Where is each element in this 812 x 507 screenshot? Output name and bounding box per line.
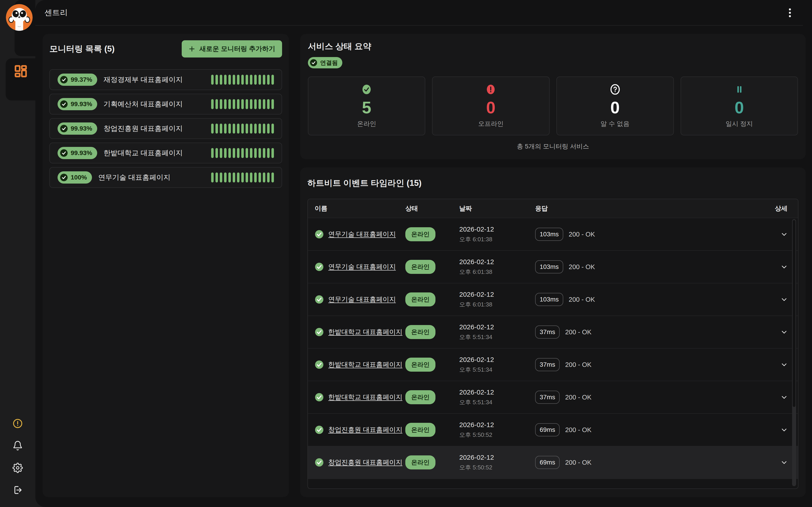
heartbeat-bar[interactable] (233, 172, 235, 182)
heartbeat-bar[interactable] (271, 99, 274, 109)
heartbeat-bar[interactable] (224, 75, 226, 84)
heartbeat-bar[interactable] (237, 75, 240, 84)
heartbeat-bar[interactable] (241, 75, 244, 84)
table-row[interactable]: 한밭대학교 대표홈페이지 온라인 2026-02-12 오후 5:51:34 3… (308, 381, 798, 414)
service-link[interactable]: 한밭대학교 대표홈페이지 (328, 328, 402, 337)
heartbeat-bar[interactable] (215, 172, 218, 182)
app-logo[interactable] (6, 4, 33, 31)
heartbeat-bar[interactable] (254, 172, 257, 182)
heartbeat-bar[interactable] (237, 99, 240, 109)
heartbeat-bar[interactable] (250, 99, 252, 109)
heartbeat-bar[interactable] (211, 75, 214, 84)
table-row[interactable]: 한밭대학교 대표홈페이지 온라인 2026-02-12 오후 5:51:34 3… (308, 316, 798, 349)
heartbeat-bar[interactable] (220, 172, 222, 182)
heartbeat-bar[interactable] (220, 148, 222, 158)
heartbeat-bar[interactable] (267, 99, 270, 109)
service-link[interactable]: 창업진흥원 대표홈페이지 (328, 425, 402, 434)
heartbeat-bar[interactable] (224, 99, 226, 109)
heartbeat-bar[interactable] (241, 172, 244, 182)
settings-button[interactable] (12, 463, 23, 473)
heartbeat-bar[interactable] (229, 148, 231, 158)
more-menu-button[interactable] (784, 7, 796, 18)
logout-button[interactable] (12, 485, 23, 495)
service-link[interactable]: 연무기술 대표홈페이지 (328, 295, 396, 304)
heartbeat-bar[interactable] (258, 99, 261, 109)
heartbeat-bar[interactable] (220, 75, 222, 84)
heartbeat-bar[interactable] (258, 148, 261, 158)
heartbeat-bar[interactable] (263, 124, 265, 133)
heartbeat-bar[interactable] (258, 124, 261, 133)
heartbeat-bar[interactable] (229, 124, 231, 133)
heartbeat-bar[interactable] (237, 148, 240, 158)
heartbeat-bar[interactable] (224, 148, 226, 158)
heartbeat-bar[interactable] (258, 75, 261, 84)
heartbeat-bar[interactable] (267, 75, 270, 84)
heartbeat-bar[interactable] (271, 75, 274, 84)
heartbeat-bar[interactable] (211, 99, 214, 109)
table-scrollbar[interactable] (792, 219, 796, 486)
heartbeat-bar[interactable] (271, 124, 274, 133)
heartbeat-bar[interactable] (263, 99, 265, 109)
service-link[interactable]: 한밭대학교 대표홈페이지 (328, 393, 402, 402)
heartbeat-bar[interactable] (250, 148, 252, 158)
heartbeat-bar[interactable] (267, 124, 270, 133)
heartbeat-bar[interactable] (237, 172, 240, 182)
monitor-list-item[interactable]: 99.93% 창업진흥원 대표홈페이지 (49, 118, 282, 139)
heartbeat-bar[interactable] (241, 99, 244, 109)
heartbeat-bar[interactable] (246, 172, 248, 182)
heartbeat-bar[interactable] (246, 124, 248, 133)
heartbeat-bar[interactable] (211, 148, 214, 158)
heartbeat-bar[interactable] (267, 148, 270, 158)
monitor-list-item[interactable]: 99.93% 기획예산처 대표홈페이지 (49, 94, 282, 115)
chevron-down-icon[interactable] (781, 394, 788, 401)
heartbeat-bar[interactable] (233, 99, 235, 109)
heartbeat-bar[interactable] (233, 124, 235, 133)
chevron-down-icon[interactable] (781, 264, 788, 270)
heartbeat-bar[interactable] (224, 124, 226, 133)
notifications-button[interactable] (12, 441, 23, 451)
scrollbar-thumb[interactable] (793, 220, 796, 407)
heartbeat-bar[interactable] (241, 148, 244, 158)
add-monitor-button[interactable]: 새로운 모니터링 추가하기 (182, 40, 282, 57)
chevron-down-icon[interactable] (781, 427, 788, 433)
chevron-down-icon[interactable] (781, 459, 788, 466)
service-link[interactable]: 연무기술 대표홈페이지 (328, 262, 396, 271)
chevron-down-icon[interactable] (781, 329, 788, 335)
heartbeat-bar[interactable] (241, 124, 244, 133)
heartbeat-bar[interactable] (267, 172, 270, 182)
sidebar-item-dashboard[interactable] (6, 58, 35, 101)
heartbeat-bar[interactable] (263, 172, 265, 182)
table-row[interactable]: 연무기술 대표홈페이지 온라인 2026-02-12 오후 6:01:38 10… (308, 251, 798, 283)
heartbeat-bar[interactable] (215, 124, 218, 133)
heartbeat-bar[interactable] (271, 148, 274, 158)
heartbeat-bar[interactable] (250, 172, 252, 182)
service-link[interactable]: 연무기술 대표홈페이지 (328, 230, 396, 239)
heartbeat-bar[interactable] (254, 124, 257, 133)
table-row[interactable]: 한밭대학교 대표홈페이지 온라인 2026-02-12 오후 5:51:34 3… (308, 349, 798, 381)
monitor-list-item[interactable]: 100% 연무기술 대표홈페이지 (49, 167, 282, 188)
heartbeat-bar[interactable] (271, 172, 274, 182)
heartbeat-bar[interactable] (246, 148, 248, 158)
heartbeat-bar[interactable] (237, 124, 240, 133)
heartbeat-bar[interactable] (233, 75, 235, 84)
monitor-list-item[interactable]: 99.93% 한밭대학교 대표홈페이지 (49, 143, 282, 163)
table-row[interactable]: 연무기술 대표홈페이지 온라인 2026-02-12 오후 6:01:38 10… (308, 218, 798, 251)
heartbeat-bar[interactable] (220, 124, 222, 133)
chevron-down-icon[interactable] (781, 231, 788, 238)
heartbeat-bar[interactable] (250, 124, 252, 133)
warning-button[interactable] (12, 418, 23, 429)
heartbeat-bar[interactable] (229, 172, 231, 182)
table-row[interactable]: 연무기술 대표홈페이지 온라인 2026-02-12 오후 6:01:38 10… (308, 283, 798, 316)
heartbeat-bar[interactable] (263, 75, 265, 84)
service-link[interactable]: 한밭대학교 대표홈페이지 (328, 360, 402, 369)
heartbeat-bar[interactable] (250, 75, 252, 84)
heartbeat-bar[interactable] (246, 75, 248, 84)
heartbeat-bar[interactable] (229, 99, 231, 109)
heartbeat-bar[interactable] (229, 75, 231, 84)
chevron-down-icon[interactable] (781, 361, 788, 368)
heartbeat-bar[interactable] (215, 99, 218, 109)
heartbeat-bar[interactable] (254, 99, 257, 109)
heartbeat-bar[interactable] (258, 172, 261, 182)
heartbeat-bar[interactable] (254, 75, 257, 84)
table-row[interactable]: 창업진흥원 대표홈페이지 온라인 2026-02-12 오후 5:50:52 6… (308, 446, 798, 479)
